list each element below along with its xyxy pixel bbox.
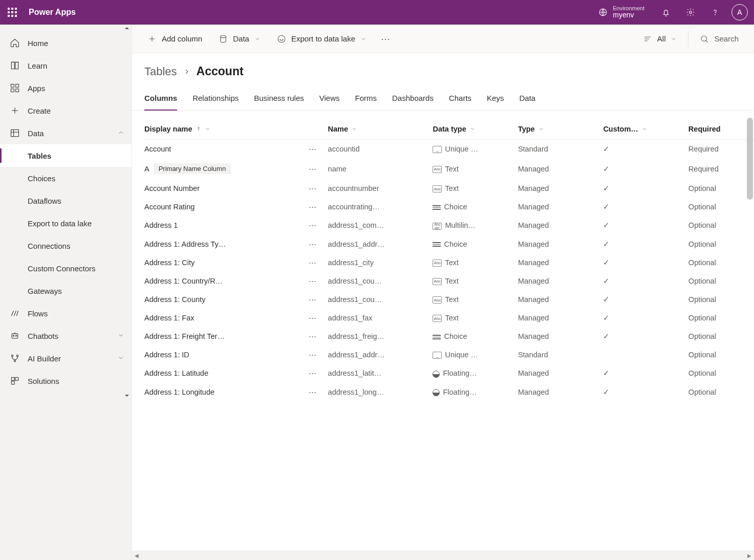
sidebar-subitem-gateways[interactable]: Gateways [0, 279, 132, 302]
table-row[interactable]: Account Rating⋯accountrating…ChoiceManag… [144, 198, 754, 216]
svg-point-11 [11, 355, 13, 356]
list-icon [643, 34, 652, 44]
sidebar-scroll-up[interactable] [0, 25, 132, 32]
add-column-button[interactable]: Add column [140, 29, 209, 49]
col-header-name[interactable]: Name [328, 119, 433, 140]
table-row[interactable]: Account Number⋯accountnumberAbcTextManag… [144, 179, 754, 198]
row-more-button[interactable]: ⋯ [301, 327, 328, 346]
environment-picker[interactable]: Environment myenv [589, 5, 654, 19]
row-more-button[interactable]: ⋯ [301, 272, 328, 290]
table-row[interactable]: Address 1: Address Ty…⋯address1_addr…Cho… [144, 235, 754, 253]
sidebar-item-home[interactable]: Home [0, 32, 132, 54]
sidebar-item-ai-builder[interactable]: AI Builder [0, 347, 132, 370]
tab-business-rules[interactable]: Business rules [254, 94, 304, 110]
tab-data[interactable]: Data [519, 94, 535, 110]
col-header-required[interactable]: Required [688, 119, 754, 140]
plus-icon [9, 105, 20, 116]
row-more-button[interactable]: ⋯ [301, 290, 328, 309]
cell-name: address1_cou… [328, 272, 433, 290]
table-row[interactable]: Address 1: County⋯address1_cou…AbcTextMa… [144, 290, 754, 309]
bot-icon [9, 330, 20, 341]
tab-views[interactable]: Views [319, 94, 340, 110]
avatar-initial: A [737, 8, 742, 16]
table-row[interactable]: Address 1: Country/R…⋯address1_cou…AbcTe… [144, 272, 754, 290]
sidebar-subitem-custom-connectors[interactable]: Custom Connectors [0, 257, 132, 279]
cell-required: Optional [688, 253, 754, 272]
row-more-button[interactable]: ⋯ [301, 140, 328, 159]
cell-custom: ✓ [603, 216, 688, 234]
svg-rect-6 [16, 89, 19, 92]
table-row[interactable]: Address 1: Latitude⋯address1_latit…Float… [144, 364, 754, 382]
col-header-data-type[interactable]: Data type [433, 119, 518, 140]
cell-type: Managed [518, 235, 603, 253]
chevron-down-icon [671, 36, 677, 42]
col-header-custom[interactable]: Custom… [603, 119, 688, 140]
table-row[interactable]: Address 1: Fax⋯address1_faxAbcTextManage… [144, 309, 754, 327]
data-menu-button[interactable]: Data [211, 29, 268, 49]
sidebar-subitem-choices[interactable]: Choices [0, 167, 132, 189]
tab-relationships[interactable]: Relationships [192, 94, 239, 110]
settings-button[interactable] [678, 0, 703, 25]
svg-point-19 [701, 36, 707, 41]
sidebar-item-create[interactable]: Create [0, 99, 132, 122]
tab-keys[interactable]: Keys [487, 94, 504, 110]
table-row[interactable]: Address 1⋯address1_com…AbcdefMultilin…Ma… [144, 216, 754, 234]
tab-forms[interactable]: Forms [355, 94, 377, 110]
book-icon [9, 60, 20, 71]
row-more-button[interactable]: ⋯ [301, 158, 328, 179]
cell-display-name: Address 1: Country/R… [144, 272, 301, 290]
sidebar-item-data[interactable]: Data [0, 122, 132, 144]
row-more-button[interactable]: ⋯ [301, 198, 328, 216]
breadcrumb-parent[interactable]: Tables [144, 65, 177, 78]
view-filter-button[interactable]: All [636, 29, 684, 49]
command-bar: Add column Data Export to data lake ⋯ Al… [132, 25, 754, 53]
row-more-button[interactable]: ⋯ [301, 346, 328, 364]
col-header-type[interactable]: Type [518, 119, 603, 140]
sidebar-scroll-down[interactable] [0, 392, 132, 399]
sidebar-subitem-tables[interactable]: Tables [0, 144, 132, 167]
more-commands-button[interactable]: ⋯ [376, 29, 396, 49]
sidebar-subitem-connections[interactable]: Connections [0, 234, 132, 257]
export-to-data-lake-button[interactable]: Export to data lake [270, 29, 374, 49]
row-more-button[interactable]: ⋯ [301, 216, 328, 234]
help-button[interactable] [703, 0, 727, 25]
row-more-button[interactable]: ⋯ [301, 309, 328, 327]
sidebar-item-solutions[interactable]: Solutions [0, 370, 132, 392]
row-more-button[interactable]: ⋯ [301, 383, 328, 401]
choice-type-icon [433, 335, 441, 339]
tab-columns[interactable]: Columns [144, 94, 177, 111]
app-launcher-button[interactable] [0, 0, 25, 25]
table-row[interactable]: Account⋯accountid⎯Unique …Standard✓Requi… [144, 140, 754, 159]
table-row[interactable]: Address 1: City⋯address1_cityAbcTextMana… [144, 253, 754, 272]
row-more-button[interactable]: ⋯ [301, 253, 328, 272]
vertical-scrollbar-thumb[interactable] [747, 118, 753, 200]
cell-data-type: AbcText [433, 253, 518, 272]
cell-required: Optional [688, 383, 754, 401]
sidebar-item-flows[interactable]: Flows [0, 302, 132, 325]
table-icon [9, 127, 20, 139]
row-more-button[interactable]: ⋯ [301, 364, 328, 382]
sidebar-subitem-dataflows[interactable]: Dataflows [0, 189, 132, 212]
horizontal-scrollbar[interactable]: ◀▶ [132, 551, 754, 560]
row-more-button[interactable]: ⋯ [301, 235, 328, 253]
account-avatar[interactable]: A [731, 4, 748, 20]
svg-point-18 [278, 35, 285, 42]
search-input[interactable]: Search [693, 34, 746, 44]
table-row[interactable]: Address 1: Longitude⋯address1_long…Float… [144, 383, 754, 401]
tab-dashboards[interactable]: Dashboards [392, 94, 434, 110]
sidebar-item-chatbots[interactable]: Chatbots [0, 325, 132, 347]
table-row[interactable]: APrimary Name Column⋯nameAbcTextManaged✓… [144, 158, 754, 179]
svg-point-2 [715, 14, 716, 15]
sidebar-item-label: Create [28, 106, 51, 115]
cell-type: Managed [518, 383, 603, 401]
table-row[interactable]: Address 1: Freight Ter…⋯address1_freig…C… [144, 327, 754, 346]
row-more-button[interactable]: ⋯ [301, 179, 328, 198]
sidebar-item-learn[interactable]: Learn [0, 54, 132, 77]
sort-asc-icon [196, 126, 202, 132]
sidebar-subitem-export-to-data-lake[interactable]: Export to data lake [0, 212, 132, 234]
tab-charts[interactable]: Charts [449, 94, 471, 110]
table-row[interactable]: Address 1: ID⋯address1_addr…⎯Unique …Sta… [144, 346, 754, 364]
col-header-display-name[interactable]: Display name [144, 119, 301, 140]
notifications-button[interactable] [654, 0, 678, 25]
sidebar-item-apps[interactable]: Apps [0, 77, 132, 99]
